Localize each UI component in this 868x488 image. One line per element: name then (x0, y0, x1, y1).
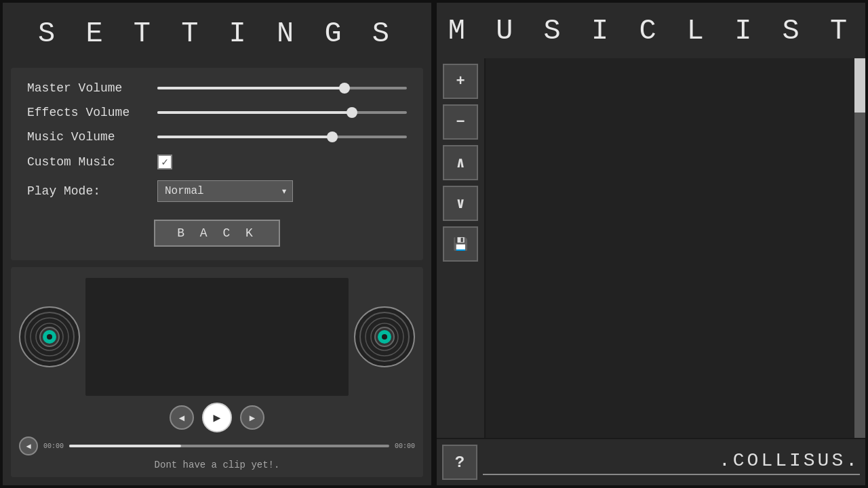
custom-music-checkbox-wrapper[interactable] (157, 155, 172, 169)
music-volume-row: Music Volume (27, 130, 407, 144)
custom-music-row: Custom Music (27, 155, 407, 169)
play-button[interactable]: ▶ (202, 403, 232, 432)
help-button[interactable]: ? (442, 445, 477, 480)
no-clip-text: Dont have a clip yet!. (19, 460, 415, 470)
player-visuals (19, 278, 415, 396)
right-panel: M U S I C L I S T + − ∧ ∨ 💾 ? (434, 0, 868, 488)
time-end: 00:00 (395, 443, 415, 450)
master-volume-row: Master Volume (27, 81, 407, 95)
play-mode-label: Play Mode: (27, 184, 149, 198)
right-content: + − ∧ ∨ 💾 (437, 58, 865, 438)
add-music-button[interactable]: + (443, 64, 478, 99)
svg-point-13 (382, 334, 387, 340)
music-volume-slider[interactable] (157, 136, 407, 138)
scrollbar-track[interactable] (854, 58, 865, 438)
master-volume-label: Master Volume (27, 81, 149, 95)
progress-track[interactable] (69, 445, 389, 447)
play-mode-select[interactable]: Normal Shuffle Loop (157, 180, 293, 202)
back-button[interactable]: B A C K (154, 220, 280, 247)
vinyl-right (354, 306, 415, 367)
brand-name: .COLLISUS. (483, 450, 860, 475)
music-volume-label: Music Volume (27, 130, 149, 144)
music-controls-col: + − ∧ ∨ 💾 (437, 58, 486, 438)
move-down-button[interactable]: ∨ (443, 186, 478, 221)
waveform-area (85, 278, 349, 396)
player-controls: ◀ ▶ ▶ ◀ 00:00 00:00 Dont have a clip yet… (19, 403, 415, 470)
settings-title: S E T T I N G S (11, 11, 423, 61)
minus-icon: − (456, 114, 465, 131)
custom-music-checkbox[interactable] (157, 155, 172, 169)
controls-center: ◀ ▶ ▶ (19, 403, 415, 432)
music-list-area (486, 58, 854, 438)
progress-row: ◀ 00:00 00:00 (19, 436, 415, 455)
progress-fill (69, 445, 181, 447)
music-list-title: M U S I C L I S T (437, 3, 865, 58)
effects-volume-slider[interactable] (157, 111, 407, 114)
remove-music-button[interactable]: − (443, 104, 478, 140)
prev-button[interactable]: ◀ (170, 405, 194, 430)
next-button[interactable]: ▶ (240, 405, 264, 430)
effects-volume-row: Effects Volume (27, 106, 407, 119)
time-start: 00:00 (43, 443, 64, 450)
settings-box: Master Volume Effects Volume Music Volum… (11, 68, 423, 260)
question-icon: ? (455, 453, 465, 472)
bottom-bar: ? .COLLISUS. (437, 438, 865, 485)
chevron-up-icon: ∧ (456, 154, 465, 172)
scrollbar-thumb[interactable] (854, 58, 865, 113)
master-volume-slider[interactable] (157, 87, 407, 89)
svg-point-6 (47, 334, 52, 340)
vinyl-left (19, 306, 80, 367)
play-mode-dropdown-wrapper[interactable]: Normal Shuffle Loop (157, 180, 293, 202)
save-icon: 💾 (453, 237, 468, 251)
left-panel: S E T T I N G S Master Volume Effects Vo… (0, 0, 434, 488)
chevron-down-icon: ∨ (456, 195, 465, 213)
player-box: ◀ ▶ ▶ ◀ 00:00 00:00 Dont have a clip yet… (11, 267, 423, 477)
volume-button[interactable]: ◀ (19, 436, 38, 455)
play-mode-row: Play Mode: Normal Shuffle Loop (27, 180, 407, 202)
move-up-button[interactable]: ∧ (443, 145, 478, 180)
save-music-button[interactable]: 💾 (443, 226, 478, 262)
custom-music-label: Custom Music (27, 155, 149, 169)
effects-volume-label: Effects Volume (27, 106, 149, 119)
